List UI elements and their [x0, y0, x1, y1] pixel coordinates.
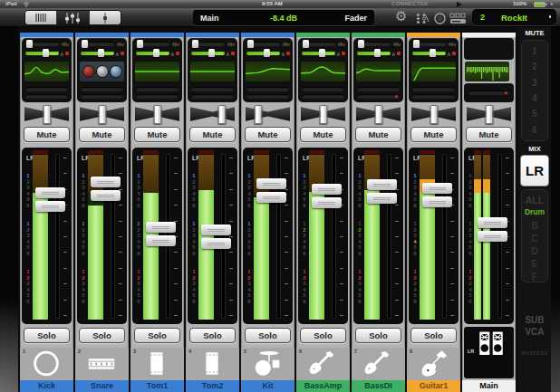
mixer-view-button[interactable] [57, 11, 89, 24]
eq-curve-thumbnail[interactable] [135, 62, 179, 81]
aux-send-bar[interactable] [357, 94, 400, 99]
solo-button[interactable]: Solo [24, 328, 70, 343]
aux-send-bar[interactable] [302, 87, 344, 91]
mute-group-4[interactable]: 4 [522, 93, 547, 103]
mute-button[interactable]: Mute [189, 127, 236, 142]
trim-slider-handle[interactable] [319, 49, 325, 57]
solo-button[interactable]: Solo [245, 328, 291, 343]
aux-send-bar[interactable] [191, 94, 234, 99]
channel-icon-area[interactable]: 6 [296, 348, 350, 380]
aux-send-bar[interactable] [25, 87, 68, 91]
mute-group-2[interactable]: 2 [522, 62, 547, 72]
mixer-hardware-icon[interactable] [449, 12, 467, 28]
channel-view-button[interactable] [90, 11, 121, 24]
fader-cap[interactable] [146, 222, 176, 248]
trim-slider-handle[interactable] [43, 49, 49, 57]
gain-slider[interactable] [136, 42, 169, 46]
channel-name[interactable]: BassAmp [296, 380, 350, 392]
trim-slider[interactable] [302, 51, 335, 55]
gain-slider-handle[interactable] [137, 40, 143, 48]
mute-button[interactable]: Mute [355, 127, 401, 142]
mute-button[interactable]: Mute [466, 127, 512, 142]
mute-button[interactable]: Mute [79, 127, 125, 142]
channel-icon-area[interactable]: 8 [407, 348, 460, 380]
fader-cap[interactable] [367, 179, 397, 206]
solo-button[interactable]: Solo [300, 328, 346, 343]
gain-slider[interactable] [81, 42, 114, 46]
main-output-panel[interactable] [464, 83, 514, 102]
channel-name[interactable]: Kick [20, 380, 73, 392]
mute-group-5[interactable]: 5 [522, 109, 547, 119]
masters-button[interactable]: MASTERS [518, 350, 551, 356]
gain-slider-handle[interactable] [26, 40, 33, 48]
pan-handle[interactable] [98, 105, 106, 124]
aux-send-bar[interactable] [412, 94, 455, 99]
trim-slider[interactable] [81, 51, 114, 55]
mix-select-panel[interactable]: ALLDrumBCDEF [521, 189, 548, 282]
sub-button[interactable]: SUB [518, 315, 551, 325]
aux-send-bar[interactable] [246, 87, 289, 91]
solo-button[interactable]: Solo [79, 328, 125, 343]
aux-send-bar[interactable] [81, 87, 123, 91]
mute-button[interactable]: Mute [134, 127, 180, 142]
mix-item-c[interactable]: C [522, 233, 547, 244]
aux-send-bar[interactable] [412, 87, 455, 91]
pan-handle[interactable] [319, 105, 327, 124]
fader-cap[interactable] [91, 177, 121, 203]
trim-slider[interactable] [412, 51, 446, 55]
gain-knob[interactable] [110, 65, 122, 78]
mix-item-d[interactable]: D [522, 245, 547, 256]
aux-send-bar[interactable] [302, 94, 344, 99]
fader-cap[interactable] [478, 217, 507, 244]
graphic-eq-thumbnail[interactable] [465, 62, 509, 81]
mix-lr-button[interactable]: LR [520, 155, 549, 186]
trim-slider[interactable] [357, 51, 391, 55]
gain-slider-handle[interactable] [413, 40, 420, 48]
pan-slider[interactable] [407, 103, 460, 125]
channel-icon-area[interactable]: 4 [186, 348, 239, 380]
pan-slider[interactable] [296, 103, 350, 125]
solo-button[interactable]: Solo [189, 328, 236, 343]
channel-name[interactable]: Tom2 [186, 380, 239, 392]
mute-group-3[interactable]: 3 [522, 78, 547, 88]
routing-patch-icon[interactable] [416, 12, 430, 28]
pan-slider[interactable] [462, 103, 516, 125]
mix-item-f[interactable]: F [522, 271, 547, 282]
pan-slider[interactable] [186, 103, 239, 125]
overview-view-button[interactable] [25, 11, 57, 24]
vca-button[interactable]: VCA [518, 327, 551, 337]
channel-name[interactable]: Tom1 [130, 380, 184, 392]
fader-cap[interactable] [312, 184, 342, 210]
aux-send-bar[interactable] [136, 87, 179, 91]
mute-button[interactable]: Mute [410, 127, 457, 142]
aux-send-bar[interactable] [357, 87, 400, 91]
gain-slider[interactable] [412, 42, 446, 46]
dynamics-knobs-panel[interactable] [80, 62, 124, 81]
mute-button[interactable]: Mute [24, 127, 70, 142]
trim-slider[interactable] [246, 51, 280, 55]
mute-button[interactable]: Mute [245, 127, 291, 142]
eq-curve-thumbnail[interactable] [246, 62, 290, 81]
gain-slider[interactable] [191, 42, 225, 46]
trim-slider-handle[interactable] [98, 49, 104, 57]
eq-curve-thumbnail[interactable] [24, 62, 69, 81]
mute-groups-panel[interactable]: 123456 [521, 40, 548, 141]
aux-send-bar[interactable] [246, 94, 289, 99]
settings-gear-icon[interactable]: ⚙ [395, 8, 407, 24]
pan-slider[interactable] [75, 103, 129, 125]
fader-cap[interactable] [422, 183, 452, 209]
gain-slider[interactable] [357, 42, 391, 46]
gain-slider[interactable] [302, 42, 335, 46]
channel-name[interactable]: Main [462, 380, 516, 392]
pan-handle[interactable] [43, 105, 51, 124]
solo-button[interactable]: Solo [134, 328, 180, 343]
gain-slider[interactable] [25, 42, 59, 46]
gain-slider-handle[interactable] [247, 40, 254, 48]
solo-button[interactable]: Solo [355, 328, 401, 343]
pan-handle[interactable] [218, 105, 227, 124]
record-icon[interactable] [434, 12, 446, 28]
aux-send-bar[interactable] [191, 87, 234, 91]
pan-handle[interactable] [153, 105, 161, 124]
fader-cap[interactable] [201, 225, 231, 251]
eq-curve-thumbnail[interactable] [190, 62, 235, 81]
